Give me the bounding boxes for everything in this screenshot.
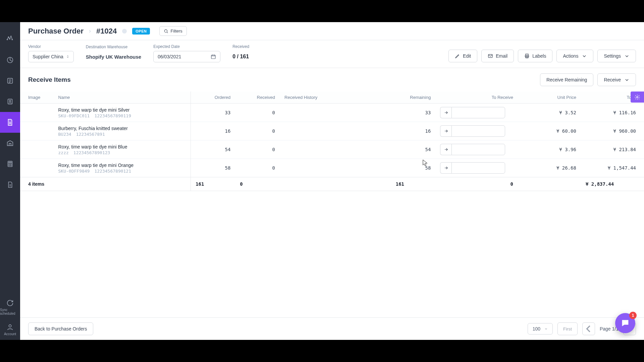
sidebar-sync[interactable]: Sync scheduled: [0, 295, 20, 319]
pager: Back to Purchase Orders 100 First Page 1…: [20, 317, 644, 340]
item-received: 0: [235, 159, 280, 177]
status-badge: OPEN: [132, 28, 150, 35]
page-prev-button[interactable]: [582, 322, 595, 335]
svg-point-0: [7, 39, 8, 40]
chat-button[interactable]: 1: [615, 313, 635, 333]
item-name-cell: Roxy, time warp tie dye mini Blue zzzz12…: [54, 140, 191, 159]
calendar-icon: [211, 54, 216, 59]
fill-remaining-button[interactable]: [440, 107, 451, 118]
arrow-right-icon: [444, 110, 448, 115]
item-history: [280, 104, 391, 122]
item-name-cell: Roxy, time warp tie dye mini Silver SKU-…: [54, 104, 191, 122]
item-received: 0: [235, 122, 280, 140]
letterbox-top: [0, 0, 644, 22]
sidebar-item-calculator[interactable]: [0, 154, 20, 174]
fill-remaining-button[interactable]: [440, 144, 451, 155]
filters-button[interactable]: Filters: [159, 26, 186, 36]
sidebar-account[interactable]: Account: [0, 319, 20, 340]
svg-point-4: [12, 39, 12, 40]
item-received: 0: [235, 104, 280, 122]
email-button[interactable]: Email: [481, 50, 514, 62]
pencil-icon: [455, 53, 460, 59]
items-table: Image Name Ordered Received Received His…: [20, 92, 644, 191]
breadcrumb-title[interactable]: Purchase Order: [28, 27, 84, 36]
item-history: [280, 159, 391, 177]
to-receive-input[interactable]: [451, 107, 505, 118]
item-to-receive-cell: [435, 140, 518, 159]
to-receive-input[interactable]: [451, 144, 505, 155]
sidebar-item-analytics[interactable]: [0, 50, 20, 70]
item-name-cell: Roxy, time warp tie dye mini Orange SKU-…: [54, 159, 191, 177]
fill-remaining-button[interactable]: [440, 162, 451, 174]
svg-point-13: [9, 165, 9, 166]
settings-button[interactable]: Settings: [597, 50, 636, 62]
item-remaining: 54: [391, 140, 436, 159]
item-remaining: 16: [391, 122, 436, 140]
vendor-select[interactable]: Supplier China: [28, 51, 74, 62]
item-history: [280, 140, 391, 159]
item-image: [20, 122, 54, 140]
actions-button[interactable]: Actions: [556, 50, 593, 62]
item-name-cell: Burberry, Fuschia knitted sweater BU2341…: [54, 122, 191, 140]
col-unit-price: Unit Price: [518, 92, 581, 104]
svg-point-16: [165, 29, 167, 32]
item-to-receive-cell: [435, 122, 518, 140]
col-history: Received History: [280, 92, 391, 104]
sidebar-item-reports[interactable]: [0, 174, 20, 195]
col-remaining: Remaining: [391, 92, 436, 104]
item-name[interactable]: Roxy, time warp tie dye mini Silver: [58, 107, 186, 113]
receive-button[interactable]: Receive: [597, 73, 636, 86]
item-name[interactable]: Roxy, time warp tie dye mini Orange: [58, 163, 186, 168]
labels-button[interactable]: Labels: [518, 50, 552, 62]
chevron-down-icon: [544, 327, 548, 330]
sidebar-item-customers[interactable]: [0, 91, 20, 112]
receive-buttons: Receive Remaining Receive: [540, 73, 636, 86]
section-title: Receive Items: [28, 76, 71, 83]
sidebar-item-orders[interactable]: [0, 70, 20, 91]
svg-point-15: [9, 325, 11, 327]
receive-remaining-button[interactable]: Receive Remaining: [540, 73, 593, 86]
chevron-down-icon: [624, 77, 630, 82]
dest-field: Destination Warehouse Shopify UK Warehou…: [86, 45, 141, 62]
item-total: ¥ 213.84: [581, 140, 644, 159]
table-row: Roxy, time warp tie dye mini Orange SKU-…: [20, 159, 644, 177]
page-size-select[interactable]: 100: [528, 323, 553, 335]
table-settings-button[interactable]: [631, 92, 644, 103]
svg-point-14: [11, 165, 11, 166]
page-size-value: 100: [533, 326, 540, 331]
sidebar: Sync scheduled Account: [0, 22, 20, 340]
sidebar-item-inventory[interactable]: [0, 133, 20, 154]
arrow-right-icon: [444, 147, 448, 152]
fill-remaining-button[interactable]: [440, 125, 451, 137]
info-row: Vendor Supplier China Destination Wareho…: [20, 40, 644, 68]
back-button[interactable]: Back to Purchase Orders: [28, 322, 93, 335]
to-receive-input[interactable]: [451, 162, 505, 174]
received-value: 0 / 161: [232, 51, 249, 62]
svg-point-11: [9, 164, 9, 165]
item-to-receive-cell: [435, 159, 518, 177]
date-input[interactable]: 06/03/2021: [153, 51, 220, 62]
col-received: Received: [235, 92, 280, 104]
received-label: Received: [232, 44, 249, 49]
sidebar-account-label: Account: [4, 332, 16, 336]
edit-button[interactable]: Edit: [448, 50, 477, 62]
table-row: Roxy, time warp tie dye mini Silver SKU-…: [20, 104, 644, 122]
status-dot: [122, 29, 127, 34]
page-first-button[interactable]: First: [557, 322, 578, 335]
sidebar-item-purchasing[interactable]: [0, 112, 20, 133]
item-unit-price: ¥ 60.00: [518, 122, 581, 140]
item-name[interactable]: Burberry, Fuschia knitted sweater: [58, 126, 186, 131]
svg-point-12: [11, 164, 11, 165]
item-unit-price: ¥ 26.68: [518, 159, 581, 177]
arrow-right-icon: [444, 129, 448, 133]
table-row: Burberry, Fuschia knitted sweater BU2341…: [20, 122, 644, 140]
svg-rect-10: [9, 162, 11, 163]
vendor-value: Supplier China: [33, 54, 63, 59]
letterbox-bottom: [0, 340, 644, 362]
item-name[interactable]: Roxy, time warp tie dye mini Blue: [58, 144, 186, 149]
sidebar-item-dashboard[interactable]: [0, 29, 20, 50]
to-receive-input[interactable]: [451, 125, 505, 137]
footer-remaining: 161: [391, 177, 436, 191]
chevron-down-icon: [582, 53, 587, 59]
item-ordered: 16: [191, 122, 235, 140]
